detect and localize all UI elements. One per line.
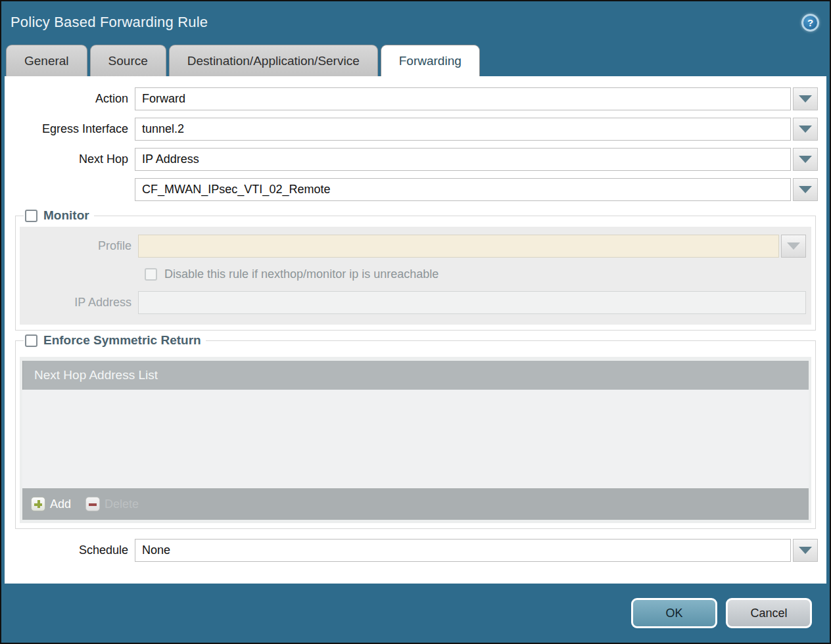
table-toolbar: Add Delete bbox=[22, 488, 809, 520]
monitor-ip-address-row: IP Address bbox=[20, 291, 806, 314]
profile-select bbox=[138, 235, 779, 258]
next-hop-label: Next Hop bbox=[5, 152, 135, 166]
next-hop-address-select[interactable]: CF_MWAN_IPsec_VTI_02_Remote bbox=[135, 178, 791, 201]
monitor-ip-address-input bbox=[138, 291, 806, 314]
pbf-rule-dialog: Policy Based Forwarding Rule ? General S… bbox=[0, 0, 831, 644]
plus-icon bbox=[31, 497, 45, 511]
chevron-down-icon bbox=[799, 126, 812, 133]
schedule-row: Schedule None bbox=[5, 539, 818, 562]
egress-interface-row: Egress Interface tunnel.2 bbox=[5, 118, 818, 141]
forwarding-tab-panel: Action Forward Egress Interface tunnel.2… bbox=[5, 76, 826, 584]
next-hop-row: Next Hop IP Address bbox=[5, 148, 818, 171]
table-column-header[interactable]: Next Hop Address List bbox=[22, 361, 809, 390]
action-dropdown-button[interactable] bbox=[793, 87, 818, 110]
tab-source[interactable]: Source bbox=[90, 45, 166, 76]
monitor-group: Monitor Profile Disable this rule i bbox=[15, 208, 816, 331]
ok-button[interactable]: OK bbox=[631, 598, 717, 628]
action-row: Action Forward bbox=[5, 87, 818, 110]
next-hop-type-select[interactable]: IP Address bbox=[135, 148, 791, 171]
action-label: Action bbox=[5, 92, 135, 106]
chevron-down-icon bbox=[799, 95, 812, 103]
disable-rule-label: Disable this rule if nexthop/monitor ip … bbox=[164, 267, 439, 281]
disable-rule-row: Disable this rule if nexthop/monitor ip … bbox=[20, 267, 806, 281]
egress-interface-label: Egress Interface bbox=[5, 122, 135, 136]
help-icon[interactable]: ? bbox=[801, 14, 819, 32]
tab-destination-application-service[interactable]: Destination/Application/Service bbox=[169, 45, 378, 76]
dialog-footer: OK Cancel bbox=[1, 584, 830, 643]
chevron-down-icon bbox=[799, 186, 812, 193]
monitor-legend-label: Monitor bbox=[43, 208, 89, 223]
symmetric-return-checkbox[interactable] bbox=[25, 334, 37, 347]
symmetric-return-group: Enforce Symmetric Return Next Hop Addres… bbox=[15, 333, 816, 529]
symmetric-return-legend: Enforce Symmetric Return bbox=[24, 333, 206, 348]
disable-rule-checkbox bbox=[145, 268, 157, 281]
next-hop-dropdown-button[interactable] bbox=[793, 148, 818, 171]
chevron-down-icon bbox=[799, 156, 812, 163]
egress-interface-dropdown-button[interactable] bbox=[793, 118, 818, 141]
chevron-down-icon bbox=[799, 547, 812, 554]
monitor-legend: Monitor bbox=[24, 208, 94, 223]
schedule-dropdown-button[interactable] bbox=[793, 539, 818, 562]
profile-label: Profile bbox=[20, 239, 138, 253]
tab-general[interactable]: General bbox=[6, 45, 87, 76]
monitor-ip-address-label: IP Address bbox=[20, 296, 138, 310]
profile-row: Profile bbox=[20, 235, 806, 258]
egress-interface-select[interactable]: tunnel.2 bbox=[135, 118, 791, 141]
monitor-checkbox[interactable] bbox=[25, 210, 37, 222]
dialog-title: Policy Based Forwarding Rule bbox=[11, 14, 208, 31]
minus-icon bbox=[85, 497, 100, 511]
action-select[interactable]: Forward bbox=[135, 87, 791, 110]
add-button[interactable]: Add bbox=[31, 497, 71, 511]
profile-dropdown-button bbox=[781, 235, 806, 258]
schedule-select[interactable]: None bbox=[135, 539, 791, 562]
delete-button: Delete bbox=[85, 497, 139, 511]
tab-bar: General Source Destination/Application/S… bbox=[1, 43, 830, 76]
tab-forwarding[interactable]: Forwarding bbox=[381, 45, 480, 76]
chevron-down-icon bbox=[787, 242, 800, 250]
monitor-body: Profile Disable this rule if nexthop/mon… bbox=[20, 227, 811, 325]
schedule-label: Schedule bbox=[5, 543, 135, 557]
symmetric-return-legend-label: Enforce Symmetric Return bbox=[43, 333, 201, 348]
table-body-empty[interactable] bbox=[22, 390, 809, 488]
next-hop-address-dropdown-button[interactable] bbox=[793, 178, 818, 201]
next-hop-address-list-table: Next Hop Address List Add Delete bbox=[20, 357, 811, 523]
next-hop-address-row: CF_MWAN_IPsec_VTI_02_Remote bbox=[5, 178, 818, 201]
cancel-button[interactable]: Cancel bbox=[726, 598, 812, 628]
titlebar: Policy Based Forwarding Rule ? bbox=[1, 1, 830, 43]
